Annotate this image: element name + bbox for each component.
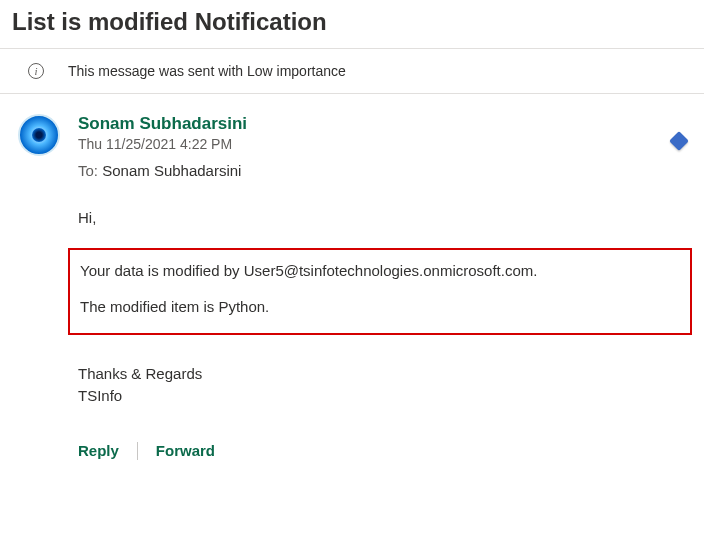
to-recipient: Sonam Subhadarsini <box>102 162 241 179</box>
action-bar: Reply Forward <box>78 436 692 467</box>
action-separator <box>137 442 138 460</box>
highlighted-box: Your data is modified by User5@tsinfotec… <box>68 248 692 335</box>
info-icon: i <box>28 63 44 79</box>
importance-text: This message was sent with Low importanc… <box>68 63 346 79</box>
forward-button[interactable]: Forward <box>156 436 215 467</box>
signature-line-2: TSInfo <box>78 385 692 408</box>
message-content: Sonam Subhadarsini Thu 11/25/2021 4:22 P… <box>78 114 692 466</box>
app-badge-icon <box>672 134 690 152</box>
to-line: To: Sonam Subhadarsini <box>78 162 692 179</box>
sender-avatar[interactable] <box>18 114 60 156</box>
body-line-2: The modified item is Python. <box>80 296 690 319</box>
signature-line-1: Thanks & Regards <box>78 363 692 386</box>
importance-bar: i This message was sent with Low importa… <box>0 49 704 94</box>
body-line-1: Your data is modified by User5@tsinfotec… <box>80 260 690 283</box>
greeting: Hi, <box>78 207 692 230</box>
sender-name[interactable]: Sonam Subhadarsini <box>78 114 692 134</box>
signature: Thanks & Regards TSInfo <box>78 363 692 408</box>
to-label: To: <box>78 162 98 179</box>
email-body: Hi, Your data is modified by User5@tsinf… <box>78 207 692 466</box>
reply-button[interactable]: Reply <box>78 436 119 467</box>
message-area: Sonam Subhadarsini Thu 11/25/2021 4:22 P… <box>0 94 704 466</box>
email-subject: List is modified Notification <box>0 0 704 48</box>
timestamp: Thu 11/25/2021 4:22 PM <box>78 136 692 152</box>
